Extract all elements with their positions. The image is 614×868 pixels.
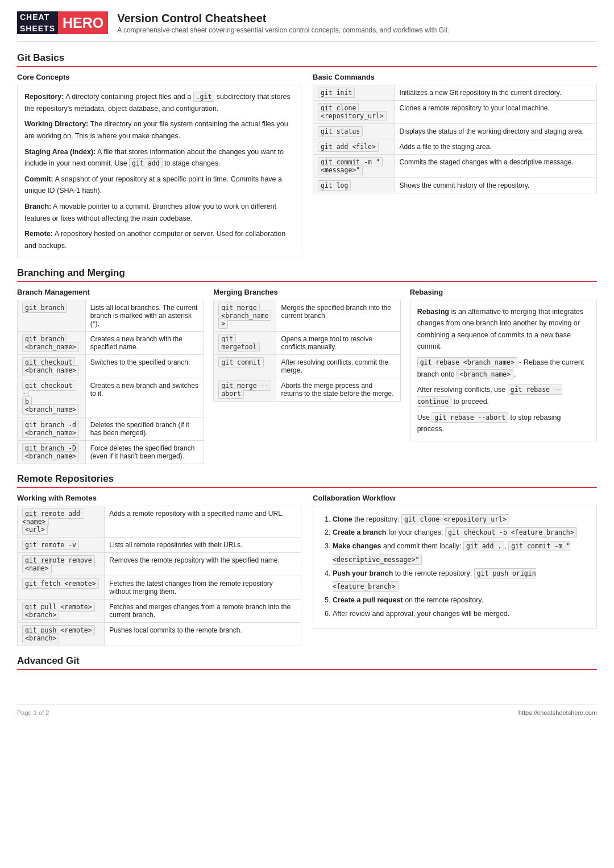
table-row: git pull <remote><branch> Fetches and me… xyxy=(18,599,301,622)
basic-commands-title: Basic Commands xyxy=(313,73,597,81)
branch-mgmt-title: Branch Management xyxy=(17,288,204,296)
table-row: git remote add <name><url> Adds a remote… xyxy=(18,506,301,537)
table-row: git commit -m "<message>" Commits the st… xyxy=(313,155,597,178)
table-row: git clone<repository_url> Clones a remot… xyxy=(313,101,597,124)
page-title: Version Control Cheatsheet xyxy=(117,12,449,25)
section-git-basics: Git Basics Core Concepts Repository: A d… xyxy=(17,52,597,258)
table-row: git branch Lists all local branches. The… xyxy=(18,300,204,331)
core-concepts-content: Repository: A directory containing proje… xyxy=(17,85,301,258)
table-row: git add <file> Adds a file to the stagin… xyxy=(313,139,597,155)
table-row: git branch<branch_name> Creates a new br… xyxy=(18,331,204,354)
table-row: git remote -v Lists all remote repositor… xyxy=(18,537,301,552)
merging-title: Merging Branches xyxy=(213,288,400,296)
footer-url[interactable]: https://cheatsheetshero.com xyxy=(518,709,597,716)
section-branching: Branching and Merging Branch Management … xyxy=(17,267,597,464)
logo: CHEAT SHEETS HERO xyxy=(17,11,108,34)
table-row: git merge --abort Aborts the merge proce… xyxy=(214,378,400,401)
table-row: git fetch <remote> Fetches the latest ch… xyxy=(18,576,301,599)
table-row: git log Shows the commit history of the … xyxy=(313,178,597,193)
section-title-advanced: Advanced Git xyxy=(17,655,597,670)
table-row: gitmergetool Opens a merge tool to resol… xyxy=(214,331,400,354)
footer: Page 1 of 2 https://cheatsheetshero.com xyxy=(17,704,597,716)
table-row: git status Displays the status of the wo… xyxy=(313,124,597,139)
logo-sheets: SHEETS xyxy=(17,23,58,34)
merging-branches: Merging Branches git merge<branch_name> … xyxy=(213,288,400,464)
rebase-content: Rebasing is an alternative to merging th… xyxy=(410,300,597,441)
header-text: Version Control Cheatsheet A comprehensi… xyxy=(117,12,449,34)
collab-content: Clone the repository: git clone <reposit… xyxy=(313,506,597,629)
footer-page: Page 1 of 2 xyxy=(17,709,49,716)
table-row: git checkout -b<branch_name> Creates a n… xyxy=(18,378,204,417)
header: CHEAT SHEETS HERO Version Control Cheats… xyxy=(17,11,597,42)
table-row: git branch -D<branch_name> Force deletes… xyxy=(18,440,204,464)
table-row: git checkout<branch_name> Switches to th… xyxy=(18,354,204,378)
core-concepts: Core Concepts Repository: A directory co… xyxy=(17,73,301,258)
section-advanced: Advanced Git xyxy=(17,655,597,670)
section-title-branching: Branching and Merging xyxy=(17,267,597,282)
section-remote: Remote Repositories Working with Remotes… xyxy=(17,473,597,646)
logo-hero: HERO xyxy=(58,11,108,34)
collab-workflow: Collaboration Workflow Clone the reposit… xyxy=(313,494,597,646)
table-row: git branch -d<branch_name> Deletes the s… xyxy=(18,417,204,440)
page-subtitle: A comprehensive cheat sheet covering ess… xyxy=(117,26,449,34)
table-row: git remote remove<name> Removes the remo… xyxy=(18,552,301,576)
branch-management: Branch Management git branch Lists all l… xyxy=(17,288,204,464)
table-row: git init Initializes a new Git repositor… xyxy=(313,85,597,101)
table-row: git push <remote><branch> Pushes local c… xyxy=(18,622,301,646)
table-row: git merge<branch_name> Merges the specif… xyxy=(214,300,400,331)
collab-title: Collaboration Workflow xyxy=(313,494,597,502)
table-row: git commit After resolving conflicts, co… xyxy=(214,354,400,378)
logo-cheat: CHEAT xyxy=(17,11,58,23)
basic-commands: Basic Commands git init Initializes a ne… xyxy=(313,73,597,258)
working-with-remotes: Working with Remotes git remote add <nam… xyxy=(17,494,301,646)
section-title-remote: Remote Repositories xyxy=(17,473,597,488)
remotes-title: Working with Remotes xyxy=(17,494,301,502)
rebasing: Rebasing Rebasing is an alternative to m… xyxy=(410,288,597,464)
rebasing-title: Rebasing xyxy=(410,288,597,296)
core-concepts-title: Core Concepts xyxy=(17,73,301,81)
section-title-basics: Git Basics xyxy=(17,52,597,67)
